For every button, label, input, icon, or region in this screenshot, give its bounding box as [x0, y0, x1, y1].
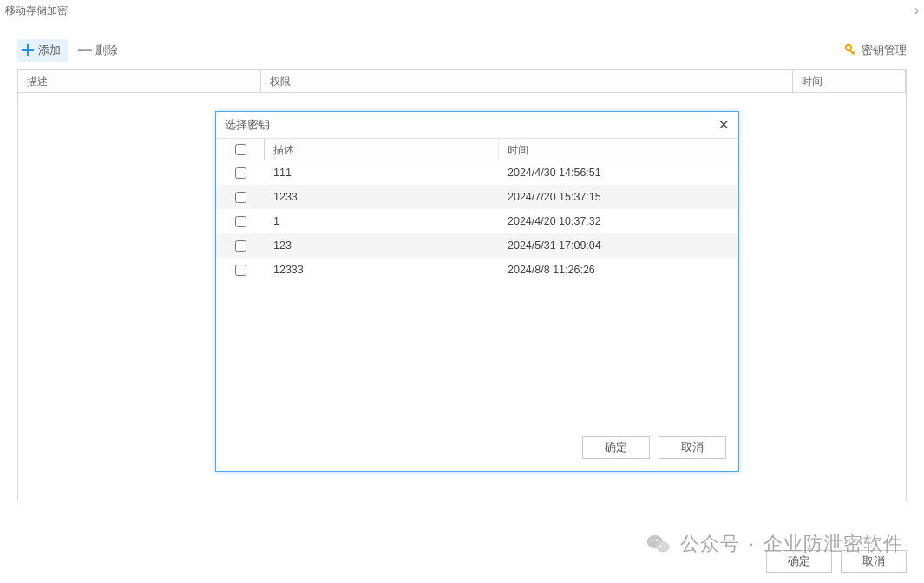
dialog-cancel-button[interactable]: 取消: [659, 436, 726, 459]
row-checkbox[interactable]: [235, 240, 246, 252]
row-checkbox-cell: [216, 258, 265, 282]
toolbar: 添加 — 删除 密钥管理: [0, 33, 924, 68]
row-time: 2024/5/31 17:09:04: [499, 233, 738, 258]
row-checkbox-cell: [216, 160, 265, 185]
dialog-col-header-description[interactable]: 描述: [265, 139, 499, 160]
minus-icon: —: [78, 43, 92, 58]
dialog-title: 选择密钥: [225, 117, 270, 133]
svg-point-7: [651, 540, 653, 542]
remove-label: 删除: [95, 43, 118, 58]
dialog-table-header: 描述 时间: [216, 138, 738, 160]
select-all-checkbox[interactable]: [235, 144, 246, 155]
row-checkbox[interactable]: [235, 216, 246, 227]
remove-button[interactable]: — 删除: [75, 39, 125, 62]
select-key-dialog: 选择密钥 ✕ 描述 时间 1112024/4/30 14:56:51123320…: [215, 111, 739, 472]
col-header-description[interactable]: 描述: [18, 70, 261, 92]
row-time: 2024/4/20 10:37:32: [499, 209, 738, 233]
key-icon: [844, 43, 858, 57]
svg-point-8: [656, 540, 659, 542]
row-description: 12333: [265, 258, 499, 282]
row-checkbox[interactable]: [235, 192, 246, 203]
close-icon[interactable]: ✕: [714, 115, 733, 134]
main-table-header: 描述 权限 时间: [18, 70, 906, 93]
table-row[interactable]: 123332024/8/8 11:26:26: [216, 258, 738, 282]
wechat-icon: [645, 531, 672, 557]
main-ok-button[interactable]: 确定: [766, 550, 832, 573]
row-checkbox-cell: [216, 233, 265, 258]
row-description: 1: [265, 209, 499, 233]
svg-point-6: [656, 541, 669, 553]
main-cancel-button[interactable]: 取消: [841, 550, 907, 573]
row-checkbox[interactable]: [235, 167, 246, 179]
row-checkbox-cell: [216, 209, 265, 233]
row-description: 111: [265, 160, 499, 185]
watermark-separator: ·: [749, 533, 755, 555]
table-row[interactable]: 1232024/5/31 17:09:04: [216, 233, 738, 258]
dialog-body: 1112024/4/30 14:56:5112332024/7/20 15:37…: [216, 160, 738, 428]
row-checkbox-cell: [216, 185, 265, 209]
add-button[interactable]: 添加: [17, 39, 68, 62]
dialog-col-header-time[interactable]: 时间: [499, 139, 738, 160]
row-time: 2024/7/20 15:37:15: [499, 185, 738, 209]
svg-rect-1: [22, 49, 34, 51]
table-row[interactable]: 12024/4/20 10:37:32: [216, 209, 738, 233]
col-header-time[interactable]: 时间: [793, 70, 906, 92]
row-description: 123: [265, 233, 499, 258]
table-row[interactable]: 12332024/7/20 15:37:15: [216, 185, 738, 209]
main-footer: 确定 取消: [757, 550, 907, 573]
key-management-label: 密钥管理: [862, 43, 907, 58]
svg-point-9: [659, 545, 661, 547]
watermark-prefix: 公众号: [680, 531, 740, 557]
chevron-right-icon: ›: [914, 0, 919, 21]
plus-icon: [21, 43, 35, 57]
dialog-col-header-checkbox: [216, 139, 265, 160]
add-label: 添加: [38, 43, 61, 58]
col-header-permission[interactable]: 权限: [261, 70, 793, 92]
row-checkbox[interactable]: [235, 265, 246, 276]
window-title: 移动存储加密: [5, 0, 68, 21]
key-management-button[interactable]: 密钥管理: [844, 43, 907, 58]
dialog-titlebar: 选择密钥 ✕: [216, 112, 738, 138]
row-time: 2024/4/30 14:56:51: [499, 160, 738, 185]
row-time: 2024/8/8 11:26:26: [499, 258, 738, 282]
row-description: 1233: [265, 185, 499, 209]
svg-point-5: [647, 535, 663, 548]
window-titlebar: 移动存储加密 ›: [0, 0, 924, 21]
dialog-ok-button[interactable]: 确定: [582, 436, 650, 459]
svg-point-10: [664, 545, 665, 547]
dialog-footer: 确定 取消: [216, 428, 738, 471]
table-row[interactable]: 1112024/4/30 14:56:51: [216, 160, 738, 185]
